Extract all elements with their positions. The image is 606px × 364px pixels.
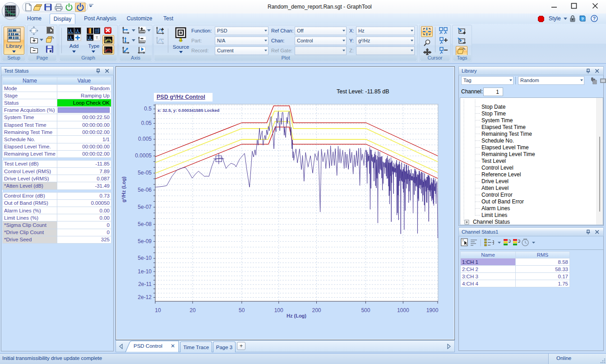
svg-text:0.0005: 0.0005 (135, 152, 152, 159)
svg-text:2e-11: 2e-11 (138, 281, 152, 287)
svg-text:Channel Status: Channel Status (473, 219, 510, 225)
svg-text:Elapsed Test Time: Elapsed Test Time (481, 124, 526, 130)
svg-text:10: 10 (155, 307, 161, 313)
svg-text:Out of Band Error: Out of Band Error (481, 198, 524, 205)
svg-text:Stop Date: Stop Date (481, 104, 506, 110)
svg-text:?: ? (593, 16, 596, 21)
svg-text:0.5: 0.5 (144, 106, 152, 112)
svg-text:System Time: System Time (481, 117, 513, 124)
svg-text:Control Level: Control Level (481, 165, 513, 171)
svg-text:5e-07: 5e-07 (138, 204, 152, 210)
svg-text:1000: 1000 (397, 307, 409, 313)
svg-text:Schedule No.: Schedule No. (481, 138, 514, 144)
svg-text:T.: T. (96, 36, 99, 40)
svg-text:5e-06: 5e-06 (138, 187, 152, 193)
svg-text:500: 500 (361, 307, 370, 313)
svg-text:Reference Level: Reference Level (481, 171, 521, 178)
svg-text:1900: 1900 (426, 307, 439, 313)
svg-text:100: 100 (274, 307, 283, 313)
svg-text:0.05: 0.05 (141, 120, 152, 126)
svg-text:Limit Lines: Limit Lines (481, 212, 507, 218)
svg-text:1e-10: 1e-10 (138, 268, 152, 275)
svg-text:Drive Level: Drive Level (481, 178, 509, 184)
svg-text:0.005: 0.005 (138, 136, 152, 142)
svg-text:Hz (Log): Hz (Log) (287, 313, 306, 318)
svg-text:200: 200 (312, 307, 321, 313)
svg-text:Remaining Test Time: Remaining Test Time (481, 131, 532, 137)
svg-text:Test Level: Test Level (481, 158, 506, 164)
svg-text:Control Error: Control Error (481, 192, 513, 198)
svg-text:50: 50 (239, 307, 245, 313)
svg-text:2e-12: 2e-12 (138, 294, 152, 300)
svg-text:g²/Hz (Log): g²/Hz (Log) (121, 176, 126, 203)
svg-text:5e-09: 5e-09 (138, 238, 152, 244)
svg-text:5e-10: 5e-10 (138, 255, 152, 261)
svg-text:T: T (462, 239, 464, 242)
svg-text:5e-05: 5e-05 (138, 170, 152, 176)
svg-text:Elapsed Level Time: Elapsed Level Time (481, 144, 529, 151)
svg-text:20: 20 (190, 307, 196, 313)
svg-text:Alarm Lines: Alarm Lines (481, 205, 510, 212)
svg-text:5e-08: 5e-08 (138, 221, 152, 227)
svg-text:Stop Time: Stop Time (481, 111, 506, 117)
svg-text:Atten Level: Atten Level (481, 185, 509, 191)
svg-text:?: ? (581, 17, 584, 21)
svg-text:Remaining Level Time: Remaining Level Time (481, 151, 535, 157)
